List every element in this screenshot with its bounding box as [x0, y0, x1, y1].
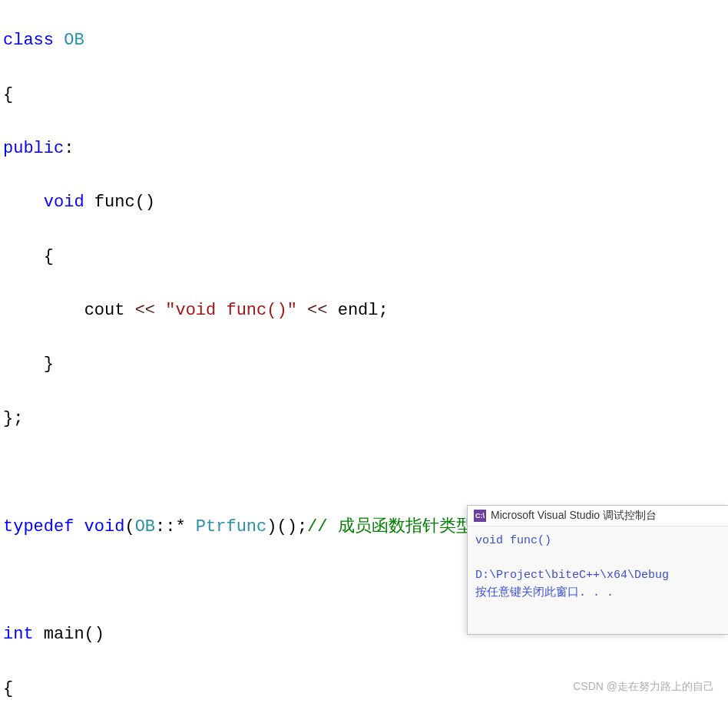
- debug-console-window[interactable]: C:\ Microsoft Visual Studio 调试控制台 void f…: [467, 505, 728, 635]
- code-line: {: [3, 81, 725, 108]
- watermark-text: CSDN @走在努力路上的自己: [573, 680, 714, 694]
- console-title: Microsoft Visual Studio 调试控制台: [491, 509, 657, 523]
- code-line: [3, 459, 725, 486]
- console-output: void func() D:\Project\biteC++\x64\Debug…: [468, 526, 728, 634]
- code-line: {: [3, 243, 725, 270]
- code-line: };: [3, 405, 725, 432]
- code-line: class OB: [3, 27, 725, 54]
- console-titlebar[interactable]: C:\ Microsoft Visual Studio 调试控制台: [468, 506, 728, 526]
- code-line: public:: [3, 135, 725, 162]
- code-line: void func(): [3, 189, 725, 216]
- console-icon: C:\: [474, 510, 486, 522]
- code-line: }: [3, 351, 725, 378]
- code-line: cout << "void func()" << endl;: [3, 297, 725, 324]
